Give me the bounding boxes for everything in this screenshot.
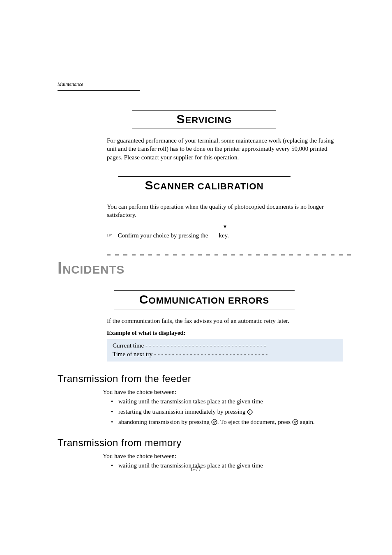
feeder-bullet-1: waiting until the transmission takes pla… — [118, 398, 263, 405]
stop-key-icon — [292, 419, 298, 425]
servicing-paragraph: For guaranteed performance of your termi… — [107, 136, 343, 161]
page-number: 6-17 — [0, 466, 392, 473]
list-item: •waiting until the transmission takes pl… — [111, 398, 351, 405]
scanner-heading-rest: CANNER CALIBRATION — [153, 181, 263, 191]
scanner-paragraph: You can perform this operation when the … — [107, 203, 343, 219]
commerr-heading-initial: C — [139, 292, 149, 306]
servicing-heading: SERVICING — [177, 112, 232, 126]
commerr-heading: COMMUNICATION ERRORS — [139, 292, 269, 306]
servicing-heading-box: SERVICING — [132, 110, 276, 129]
feeder-bullet-2a: restarting the transmission immediately … — [118, 408, 247, 415]
svg-marker-2 — [213, 421, 216, 424]
confirm-line: ☞ Confirm your choice by pressing the ke… — [107, 232, 351, 239]
confirm-text-part-b: key. — [217, 232, 229, 239]
feeder-intro: You have the choice between: — [103, 389, 351, 396]
commerr-paragraph: If the communication fails, the fax advi… — [107, 317, 343, 325]
display-example-box: Current time - - - - - - - - - - - - - -… — [107, 339, 343, 362]
incidents-heading-rest: NCIDENTS — [62, 263, 125, 276]
feeder-bullet-3b: . To eject the document, press — [217, 419, 292, 425]
example-label: Example of what is displayed: — [107, 329, 351, 336]
memory-intro: You have the choice between: — [103, 453, 351, 460]
bullet-icon: • — [111, 408, 118, 415]
servicing-heading-rest: ERVICING — [185, 115, 232, 125]
down-arrow-icon: ▾ — [107, 223, 343, 230]
section-separator — [58, 254, 351, 256]
scanner-heading: SCANNER CALIBRATION — [145, 178, 263, 192]
commerr-heading-rest: OMMUNICATION ERRORS — [149, 295, 270, 306]
header-rule — [58, 90, 140, 91]
svg-point-3 — [293, 419, 298, 425]
list-item: •restarting the transmission immediately… — [111, 408, 351, 415]
stop-key-icon — [211, 419, 217, 425]
bullet-icon: • — [111, 419, 118, 426]
feeder-heading: Transmission from the feeder — [58, 373, 351, 385]
bullet-icon: • — [111, 398, 118, 405]
feeder-bullet-3a: abandoning transmission by pressing — [118, 419, 211, 425]
commerr-heading-box: COMMUNICATION ERRORS — [114, 290, 295, 309]
display-line-1: Current time - - - - - - - - - - - - - -… — [113, 341, 338, 350]
confirm-text-part-a: Confirm your choice by pressing the — [118, 232, 210, 239]
svg-point-0 — [249, 412, 250, 412]
servicing-heading-initial: S — [177, 112, 185, 126]
scanner-heading-box: SCANNER CALIBRATION — [118, 176, 291, 195]
display-line-2: Time of next try - - - - - - - - - - - -… — [113, 350, 338, 359]
feeder-bullet-3c: again. — [298, 419, 315, 425]
svg-point-1 — [212, 419, 217, 425]
scanner-heading-initial: S — [145, 178, 153, 192]
feeder-bullets: •waiting until the transmission takes pl… — [111, 398, 351, 426]
header-section-label: Maintenance — [58, 81, 83, 88]
pointing-hand-icon: ☞ — [107, 232, 112, 239]
incidents-heading: INCIDENTS — [58, 259, 351, 277]
diamond-key-icon — [247, 409, 253, 415]
list-item: •abandoning transmission by pressing . T… — [111, 419, 351, 426]
incidents-heading-initial: I — [58, 259, 62, 277]
memory-heading: Transmission from memory — [58, 437, 351, 449]
svg-marker-4 — [294, 421, 297, 424]
